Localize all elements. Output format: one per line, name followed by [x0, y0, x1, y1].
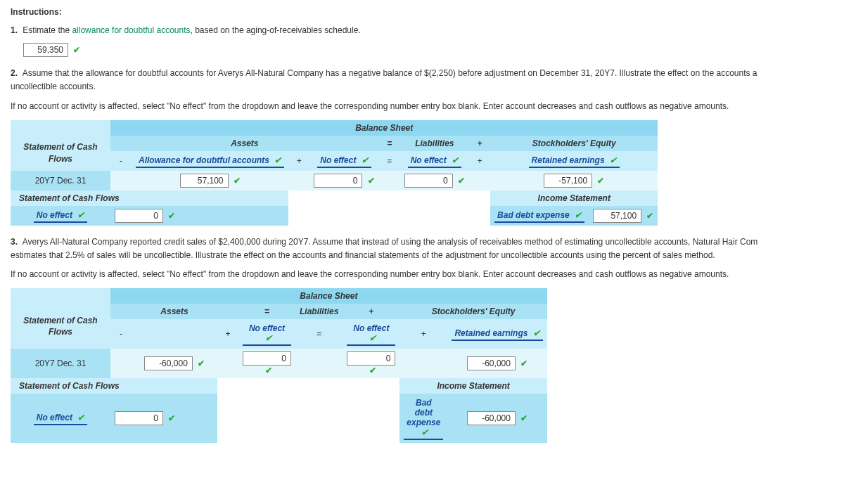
bs1-dd-retained-text: Retained earnings: [532, 155, 605, 165]
bs2-dd-noeffect2[interactable]: No effect ✔: [347, 322, 395, 346]
check-icon: ✔: [458, 176, 465, 186]
bs1-cf-label: Statement of Cash Flows: [11, 136, 110, 171]
bs1-scf-title: Statement of Cash Flows: [11, 190, 288, 206]
plus-sign: +: [399, 319, 447, 349]
q3-text-a: Averys All-Natural Company reported cred…: [23, 237, 758, 247]
bs2-input-retained[interactable]: -60,000: [467, 356, 516, 370]
bs1-title: Balance Sheet: [110, 120, 658, 136]
check-icon: ✔: [265, 366, 272, 375]
bs2-scf-input[interactable]: 0: [115, 411, 163, 425]
bs2-col-se: Stockholders' Equity: [399, 304, 546, 319]
bs1-col-assets: Assets: [110, 136, 379, 151]
q2-text-a: Assume that the allowance for doubtful a…: [23, 68, 757, 78]
equals-sign: =: [379, 136, 400, 151]
check-icon: ✔: [265, 333, 272, 343]
bs2-date: 20Y7 Dec. 31: [11, 349, 110, 378]
q3-note: If no account or activity is affected, s…: [11, 268, 833, 281]
question-2: 2. Assume that the allowance for doubtfu…: [11, 67, 833, 93]
check-icon: ✔: [421, 427, 428, 437]
bs1-date: 20Y7 Dec. 31: [11, 171, 110, 190]
bs1-scf-input[interactable]: 0: [115, 209, 163, 223]
bs2-input-noeffect1[interactable]: 0: [243, 351, 291, 366]
plus-sign: +: [343, 304, 399, 319]
plus-sign: +: [288, 151, 309, 171]
q1-link-term[interactable]: allowance for doubtful accounts: [72, 25, 190, 35]
check-icon: ✔: [610, 155, 617, 165]
check-icon: ✔: [369, 366, 376, 375]
minus-sign: -: [110, 151, 132, 171]
plus-sign: +: [469, 151, 490, 171]
bs1-scf-dd[interactable]: No effect ✔: [34, 209, 87, 223]
check-icon: ✔: [77, 413, 84, 422]
q2-number: 2.: [11, 68, 18, 78]
equals-sign: =: [295, 319, 343, 349]
check-icon: ✔: [168, 211, 175, 221]
check-icon: ✔: [274, 155, 281, 165]
bs2-scf-dd[interactable]: No effect ✔: [34, 411, 87, 425]
plus-sign: +: [217, 319, 238, 349]
check-icon: ✔: [362, 155, 369, 165]
bs1-dd-allowance[interactable]: Allowance for doubtful accounts ✔: [136, 154, 284, 168]
q2-note: If no account or activity is affected, s…: [11, 100, 833, 113]
q3-number: 3.: [11, 237, 18, 247]
bs1-is-input[interactable]: 57,100: [593, 209, 641, 223]
q1-number: 1.: [11, 25, 18, 35]
bs1-input-noeffect1[interactable]: 0: [314, 174, 362, 188]
bs2-col-assets: Assets: [110, 304, 238, 319]
balance-sheet-1: Balance Sheet Statement of Cash Flows As…: [11, 120, 658, 226]
check-icon: ✔: [533, 328, 540, 338]
bs1-dd-allowance-text: Allowance for doubtful accounts: [139, 155, 269, 165]
bs2-scf-dd-text: No effect: [37, 413, 72, 422]
bs2-dd-noeffect1-text: No effect: [249, 323, 285, 333]
equals-sign: =: [379, 151, 400, 171]
check-icon: ✔: [520, 413, 528, 423]
question-1: 1. Estimate the allowance for doubtful a…: [11, 24, 833, 37]
bs2-dd-retained-text: Retained earnings: [454, 328, 528, 338]
minus-sign: -: [110, 319, 132, 349]
bs1-scf-dd-text: No effect: [37, 210, 72, 220]
bs2-dd-noeffect2-text: No effect: [353, 323, 389, 333]
check-icon: ✔: [452, 155, 459, 165]
check-icon: ✔: [77, 210, 84, 220]
check-icon: ✔: [369, 333, 376, 343]
check-icon: ✔: [646, 211, 653, 221]
q1-answer-input[interactable]: 59,350: [23, 43, 68, 57]
plus-sign: +: [469, 136, 490, 151]
balance-sheet-2: Balance Sheet Statement of Cash Flows As…: [11, 288, 547, 443]
instructions-heading: Instructions:: [11, 7, 833, 17]
bs1-input-retained[interactable]: -57,100: [544, 174, 592, 188]
check-icon: ✔: [73, 45, 80, 55]
equals-sign: =: [238, 304, 295, 319]
bs1-dd-retained[interactable]: Retained earnings ✔: [529, 154, 620, 168]
bs1-input-noeffect2[interactable]: 0: [404, 174, 453, 188]
bs1-is-title: Income Statement: [490, 190, 658, 206]
bs2-title: Balance Sheet: [110, 288, 547, 304]
bs1-col-liab: Liabilities: [400, 136, 469, 151]
check-icon: ✔: [597, 176, 604, 186]
bs1-is-dd[interactable]: Bad debt expense ✔: [494, 209, 584, 223]
bs1-dd-noeffect2-text: No effect: [411, 155, 447, 165]
q1-pre: Estimate the: [23, 25, 72, 35]
bs2-cf-label: Statement of Cash Flows: [11, 304, 110, 349]
bs1-input-allowance[interactable]: 57,100: [180, 174, 229, 188]
check-icon: ✔: [575, 210, 582, 220]
check-icon: ✔: [168, 413, 175, 423]
bs2-is-input[interactable]: -60,000: [467, 411, 516, 425]
bs2-input-noeffect2[interactable]: 0: [347, 351, 395, 366]
q1-post: , based on the aging-of-receivables sche…: [191, 25, 361, 35]
q2-text-b: uncollectible accounts.: [11, 82, 96, 91]
check-icon: ✔: [368, 176, 375, 186]
bs2-is-dd[interactable]: Bad debt expense ✔: [404, 396, 443, 440]
bs2-is-dd-text: Bad debt expense: [407, 398, 440, 427]
bs2-scf-title: Statement of Cash Flows: [11, 378, 217, 394]
bs2-input-allowance[interactable]: -60,000: [144, 356, 193, 370]
bs1-dd-noeffect2[interactable]: No effect ✔: [408, 154, 461, 168]
bs1-col-se: Stockholders' Equity: [490, 136, 658, 151]
bs2-dd-noeffect1[interactable]: No effect ✔: [243, 322, 291, 346]
bs1-dd-noeffect1[interactable]: No effect ✔: [317, 154, 371, 168]
bs2-is-title: Income Statement: [399, 378, 546, 394]
q3-text-b: estimates that 2.5% of sales will be unc…: [11, 250, 715, 260]
question-3: 3. Averys All-Natural Company reported c…: [11, 235, 833, 262]
bs1-is-dd-text: Bad debt expense: [497, 210, 570, 220]
bs2-dd-retained[interactable]: Retained earnings ✔: [452, 327, 542, 341]
